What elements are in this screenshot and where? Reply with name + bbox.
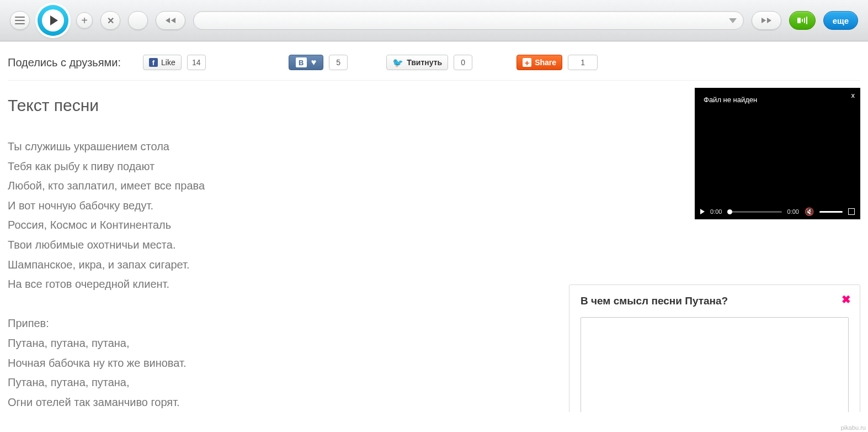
video-fullscreen-button[interactable] bbox=[848, 208, 855, 215]
video-current-time: 0:00 bbox=[710, 208, 722, 215]
plus-icon: + bbox=[81, 14, 88, 27]
volume-button[interactable] bbox=[789, 11, 816, 30]
question-close-button[interactable]: ✖ bbox=[842, 294, 851, 305]
twitter-count: 0 bbox=[454, 55, 472, 70]
question-title: В чем смысл песни Путана? bbox=[581, 295, 849, 307]
addthis-icon: + bbox=[523, 58, 531, 67]
addthis-count: 1 bbox=[568, 55, 598, 70]
more-button[interactable]: еще bbox=[823, 11, 858, 30]
share-row: Поделись с друзьями: f Like 14 B ♥ 5 🐦 Т… bbox=[8, 41, 860, 81]
shuffle-button[interactable]: ✕ bbox=[100, 11, 120, 30]
question-panel: В чем смысл песни Путана? ✖ Добавить bbox=[569, 285, 860, 412]
twitter-tweet-button[interactable]: 🐦 Твитнуть bbox=[386, 55, 448, 70]
play-button[interactable] bbox=[38, 5, 68, 36]
track-info-bar[interactable] bbox=[193, 11, 744, 30]
shuffle-icon: ✕ bbox=[107, 15, 114, 26]
addthis-share-button[interactable]: + Share bbox=[516, 55, 562, 70]
volume-icon bbox=[797, 17, 807, 24]
video-progress-bar[interactable] bbox=[727, 211, 781, 213]
heart-icon: ♥ bbox=[311, 57, 317, 67]
player-toolbar: + ✕ еще bbox=[0, 0, 868, 41]
facebook-like-count: 14 bbox=[187, 55, 206, 70]
lyrics-line: Твои любимые охотничьи места. bbox=[8, 235, 860, 255]
video-player-panel: Файл не найден x 0:00 0:00 🔇 bbox=[695, 88, 860, 219]
video-controls: 0:00 0:00 🔇 bbox=[695, 204, 860, 219]
more-label: еще bbox=[833, 16, 849, 25]
facebook-like-button[interactable]: f Like bbox=[143, 55, 182, 70]
twitter-icon: 🐦 bbox=[392, 57, 403, 68]
video-duration: 0:00 bbox=[787, 208, 799, 215]
fast-forward-icon bbox=[762, 18, 771, 23]
vk-like-count: 5 bbox=[329, 55, 348, 70]
facebook-icon: f bbox=[149, 58, 158, 67]
vk-icon: B bbox=[296, 57, 307, 67]
forward-button[interactable] bbox=[752, 11, 781, 30]
vk-like-button[interactable]: B ♥ bbox=[289, 55, 324, 70]
video-volume-slider[interactable] bbox=[819, 211, 843, 213]
menu-button[interactable] bbox=[10, 11, 30, 30]
hamburger-icon bbox=[15, 17, 25, 24]
facebook-like-label: Like bbox=[161, 58, 175, 67]
add-button[interactable]: + bbox=[76, 12, 93, 29]
lyrics-line: Шампанское, икра, и запах сигарет. bbox=[8, 255, 860, 275]
video-play-button[interactable] bbox=[700, 209, 705, 214]
addthis-label: Share bbox=[535, 58, 556, 67]
twitter-label: Твитнуть bbox=[407, 58, 442, 67]
share-label: Поделись с друзьями: bbox=[8, 56, 121, 69]
chevron-down-icon bbox=[729, 18, 737, 23]
rewind-icon bbox=[166, 18, 175, 23]
rewind-button[interactable] bbox=[156, 11, 185, 30]
video-close-button[interactable]: x bbox=[851, 91, 855, 99]
video-mute-button[interactable]: 🔇 bbox=[805, 207, 814, 216]
video-error-message: Файл не найден bbox=[704, 96, 757, 104]
play-icon bbox=[42, 9, 64, 31]
question-textarea[interactable] bbox=[581, 317, 849, 412]
repeat-button[interactable] bbox=[128, 11, 148, 30]
